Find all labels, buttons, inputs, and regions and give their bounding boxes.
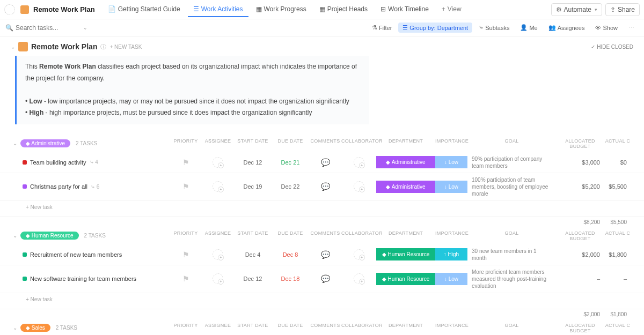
sum-budget: $2,000 <box>556 311 604 317</box>
new-task-link[interactable]: + NEW TASK <box>109 44 142 50</box>
comment-icon[interactable]: 💬 <box>321 182 330 191</box>
priority-flag-icon[interactable]: ⚑ <box>182 182 189 191</box>
priority-flag-icon[interactable]: ⚑ <box>182 250 189 259</box>
tab-work-progress[interactable]: ▦Work Progress <box>251 2 312 17</box>
priority-flag-icon[interactable]: ⚑ <box>182 274 189 283</box>
due-date[interactable]: Dec 21 <box>272 159 309 166</box>
app-logo-icon[interactable] <box>4 4 15 15</box>
group-caret-icon[interactable]: ⌄ <box>13 140 17 146</box>
group-caret-icon[interactable]: ⌄ <box>13 233 17 239</box>
actual-cost-cell[interactable]: $0 <box>604 159 631 166</box>
budget-cell[interactable]: $3,000 <box>556 159 604 166</box>
task-row[interactable]: Recruitment of new team members ⚑ Dec 4 … <box>0 244 644 265</box>
department-badge[interactable]: ◆ Human Resource <box>376 248 435 260</box>
hide-closed-button[interactable]: ✓HIDE CLOSED <box>591 44 633 50</box>
share-button[interactable]: ⇪Share <box>605 3 640 16</box>
actual-cost-cell[interactable]: $1,800 <box>604 251 631 258</box>
assignee-add-icon[interactable] <box>213 273 223 284</box>
info-icon[interactable]: ⓘ <box>100 43 106 51</box>
me-button[interactable]: 👤Me <box>516 23 541 33</box>
tabs-left: Remote Work Plan 📄Getting Started Guide … <box>4 2 467 17</box>
goal-text[interactable]: More proficient team members measured th… <box>467 269 556 289</box>
task-name[interactable]: Team building activity <box>30 159 86 166</box>
comment-icon[interactable]: 💬 <box>321 158 330 167</box>
collaborator-add-icon[interactable] <box>354 181 364 192</box>
goal-text[interactable]: 100% participation of team members, boos… <box>467 176 556 197</box>
task-name[interactable]: Recruitment of new team members <box>30 251 122 258</box>
group-caret-icon[interactable]: ⌄ <box>13 325 17 331</box>
actual-cost-cell[interactable]: $5,500 <box>604 183 631 190</box>
tab-add-view[interactable]: +View <box>436 2 467 17</box>
description-box: This Remote Work Plan classifies each pr… <box>15 56 369 124</box>
collaborator-add-icon[interactable] <box>354 249 364 260</box>
due-date[interactable]: Dec 22 <box>272 183 309 190</box>
search-wrap: 🔍 ⌄ <box>5 24 368 32</box>
collapse-caret-icon[interactable]: ⌄ <box>11 44 15 50</box>
top-tabs-bar: Remote Work Plan 📄Getting Started Guide … <box>0 0 644 19</box>
comment-icon[interactable]: 💬 <box>321 274 330 283</box>
status-dot-icon[interactable] <box>23 184 27 189</box>
importance-badge[interactable]: ↓ Low <box>435 273 467 285</box>
department-badge[interactable]: ◆ Administrative <box>376 156 435 168</box>
priority-flag-icon[interactable]: ⚑ <box>182 158 189 167</box>
start-date[interactable]: Dec 4 <box>234 251 272 258</box>
new-task-button[interactable]: + New task <box>0 293 644 309</box>
space-title: Remote Work Plan <box>33 5 95 13</box>
comment-icon[interactable]: 💬 <box>321 250 330 259</box>
budget-cell[interactable]: – <box>556 276 604 282</box>
assignee-add-icon[interactable] <box>213 181 223 192</box>
status-dot-icon[interactable] <box>23 277 27 281</box>
show-button[interactable]: 👁Show <box>591 23 622 33</box>
topbar-right: ⚙Automate▾ ⇪Share <box>551 3 640 16</box>
tab-work-activities[interactable]: ☰Work Activities <box>188 2 248 17</box>
department-badge[interactable]: ◆ Administrative <box>376 181 435 193</box>
tab-project-heads[interactable]: ▦Project Heads <box>314 2 373 17</box>
assignees-button[interactable]: 👥Assignees <box>544 23 589 33</box>
importance-badge[interactable]: ↓ Low <box>435 181 467 193</box>
more-button[interactable]: ⋯ <box>624 23 639 33</box>
space-avatar-icon <box>20 5 29 14</box>
department-badge[interactable]: ◆ Human Resource <box>376 273 435 285</box>
group-pill[interactable]: ◆ Administrative <box>20 139 70 147</box>
column-headers: PRIORITY ASSIGNEE START DATE DUE DATE CO… <box>170 323 631 333</box>
task-row[interactable]: New software training for team members ⚑… <box>0 265 644 293</box>
tab-work-timeline[interactable]: ⊟Work Timeline <box>375 2 434 17</box>
start-date[interactable]: Dec 12 <box>234 276 272 282</box>
groupby-button[interactable]: ☰Group by: Department <box>398 23 472 33</box>
collaborator-add-icon[interactable] <box>354 273 364 284</box>
budget-cell[interactable]: $5,200 <box>556 183 604 190</box>
status-dot-icon[interactable] <box>23 252 27 257</box>
task-name[interactable]: New software training for team members <box>30 276 136 282</box>
task-row[interactable]: Team building activity ⤷ 4 ⚑ Dec 12 Dec … <box>0 152 644 173</box>
importance-badge[interactable]: ↑ High <box>435 248 467 260</box>
importance-badge[interactable]: ↓ Low <box>435 156 467 168</box>
status-dot-icon[interactable] <box>23 160 27 165</box>
filter-button[interactable]: ⚗Filter <box>368 23 396 33</box>
goal-text[interactable]: 30 new team members in 1 month <box>467 248 556 262</box>
start-date[interactable]: Dec 19 <box>234 183 272 190</box>
subtask-count[interactable]: ⤷ 4 <box>90 159 98 165</box>
start-date[interactable]: Dec 12 <box>234 159 272 166</box>
tab-getting-started[interactable]: 📄Getting Started Guide <box>103 2 186 17</box>
group-pill[interactable]: ◆ Sales <box>20 324 50 332</box>
board-icon: ▦ <box>319 5 325 13</box>
collaborator-add-icon[interactable] <box>354 157 364 168</box>
assignee-add-icon[interactable] <box>213 157 223 168</box>
group-pill[interactable]: ◆ Human Resource <box>20 232 79 240</box>
chevron-down-icon[interactable]: ⌄ <box>83 25 87 31</box>
subtasks-button[interactable]: ⤷Subtasks <box>474 23 514 33</box>
new-task-button[interactable]: + New task <box>0 201 644 217</box>
actual-cost-cell[interactable]: – <box>604 276 631 282</box>
due-date[interactable]: Dec 8 <box>272 251 309 258</box>
sum-actual: $5,500 <box>604 219 631 225</box>
group-header: ⌄ ◆ Sales 2 TASKS PRIORITY ASSIGNEE STAR… <box>0 319 644 335</box>
budget-cell[interactable]: $2,000 <box>556 251 604 258</box>
task-name[interactable]: Christmas party for all <box>30 183 87 190</box>
due-date[interactable]: Dec 18 <box>272 276 309 282</box>
subtask-count[interactable]: ⤷ 6 <box>91 184 99 190</box>
task-row[interactable]: Christmas party for all ⤷ 6 ⚑ Dec 19 Dec… <box>0 173 644 201</box>
automate-button[interactable]: ⚙Automate▾ <box>551 3 602 16</box>
search-input[interactable] <box>16 24 80 32</box>
assignee-add-icon[interactable] <box>213 249 223 260</box>
goal-text[interactable]: 90% participation of company team member… <box>467 155 556 169</box>
